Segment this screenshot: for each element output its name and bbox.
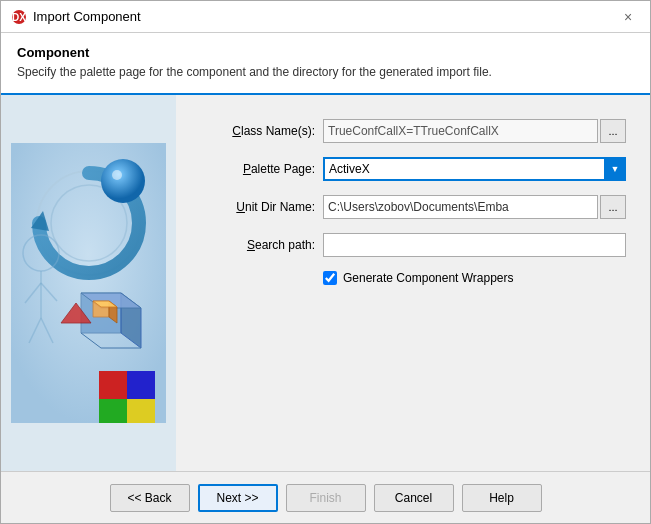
title-bar-left: DX Import Component xyxy=(11,9,141,25)
svg-rect-18 xyxy=(127,371,155,399)
right-panel: Class Name(s): ... Palette Page: ActiveX… xyxy=(176,95,650,471)
import-component-dialog: DX Import Component × Component Specify … xyxy=(0,0,651,524)
svg-rect-19 xyxy=(99,399,127,423)
svg-point-7 xyxy=(112,170,122,180)
footer: << Back Next >> Finish Cancel Help xyxy=(1,471,650,523)
palette-page-select[interactable]: ActiveX Standard Additional System xyxy=(323,157,626,181)
unit-dir-label: Unit Dir Name: xyxy=(200,200,315,214)
svg-text:DX: DX xyxy=(12,12,26,23)
svg-rect-20 xyxy=(127,399,155,423)
palette-page-label: Palette Page: xyxy=(200,162,315,176)
svg-rect-17 xyxy=(99,371,127,399)
title-bar: DX Import Component × xyxy=(1,1,650,33)
class-names-browse-button[interactable]: ... xyxy=(600,119,626,143)
header-section: Component Specify the palette page for t… xyxy=(1,33,650,95)
next-button[interactable]: Next >> xyxy=(198,484,278,512)
finish-button[interactable]: Finish xyxy=(286,484,366,512)
class-names-input[interactable] xyxy=(323,119,598,143)
class-names-row: Class Name(s): ... xyxy=(200,119,626,143)
generate-wrappers-checkbox[interactable] xyxy=(323,271,337,285)
palette-page-row: Palette Page: ActiveX Standard Additiona… xyxy=(200,157,626,181)
header-title: Component xyxy=(17,45,634,60)
help-button[interactable]: Help xyxy=(462,484,542,512)
header-description: Specify the palette page for the compone… xyxy=(17,64,634,81)
generate-wrappers-label: Generate Component Wrappers xyxy=(343,271,514,285)
cancel-button[interactable]: Cancel xyxy=(374,484,454,512)
unit-dir-input[interactable] xyxy=(323,195,598,219)
app-icon: DX xyxy=(11,9,27,25)
unit-dir-browse-button[interactable]: ... xyxy=(600,195,626,219)
back-button[interactable]: << Back xyxy=(110,484,190,512)
wizard-illustration xyxy=(11,143,166,423)
svg-point-6 xyxy=(101,159,145,203)
close-button[interactable]: × xyxy=(616,5,640,29)
generate-wrappers-row: Generate Component Wrappers xyxy=(323,271,626,285)
search-path-input[interactable] xyxy=(323,233,626,257)
left-panel xyxy=(1,95,176,471)
unit-dir-row: Unit Dir Name: ... xyxy=(200,195,626,219)
content-area: Class Name(s): ... Palette Page: ActiveX… xyxy=(1,95,650,471)
class-names-input-group: ... xyxy=(323,119,626,143)
search-path-row: Search path: xyxy=(200,233,626,257)
unit-dir-input-group: ... xyxy=(323,195,626,219)
search-path-label: Search path: xyxy=(200,238,315,252)
dialog-title: Import Component xyxy=(33,9,141,24)
class-names-label: Class Name(s): xyxy=(200,124,315,138)
palette-page-select-wrapper: ActiveX Standard Additional System xyxy=(323,157,626,181)
